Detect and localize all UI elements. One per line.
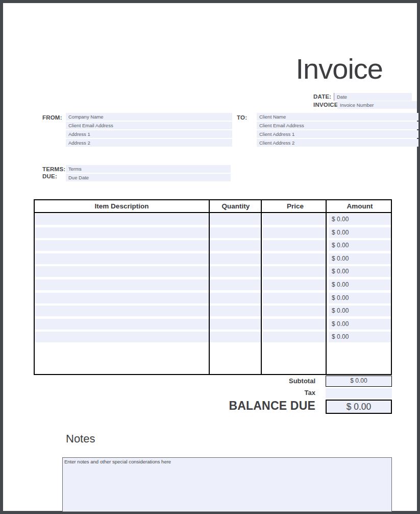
amount-cell[interactable]: $ 0.00 <box>329 279 391 290</box>
due-date-input[interactable] <box>66 174 231 181</box>
amount-value: $ 0.00 <box>332 281 349 288</box>
amount-value: $ 0.00 <box>332 307 349 314</box>
table-header-row: Item Description Quantity Price Amount <box>35 200 391 213</box>
price-cell[interactable] <box>263 240 328 251</box>
table-row: $ 0.00 <box>35 279 391 290</box>
quantity-cell[interactable] <box>210 293 262 303</box>
quantity-cell[interactable] <box>210 227 262 238</box>
from-fields <box>66 113 232 148</box>
from-address1-input[interactable] <box>66 130 232 138</box>
to-email-input[interactable] <box>257 122 418 129</box>
due-label: DUE: <box>42 173 57 179</box>
column-divider <box>209 200 210 374</box>
item-description-cell[interactable] <box>35 253 209 264</box>
price-cell[interactable] <box>263 319 328 330</box>
quantity-cell[interactable] <box>210 319 262 330</box>
terms-label: TERMS: <box>42 166 65 172</box>
to-fields <box>257 113 418 148</box>
item-description-cell[interactable] <box>35 266 209 277</box>
quantity-cell[interactable] <box>210 214 262 225</box>
terms-input[interactable] <box>66 165 231 173</box>
page-title: Invoice <box>296 53 383 85</box>
terms-due-fields <box>66 165 231 182</box>
line-items-table: Item Description Quantity Price Amount $… <box>34 199 392 375</box>
item-description-cell[interactable] <box>35 214 209 225</box>
amount-cell[interactable]: $ 0.00 <box>329 240 391 251</box>
notes-textarea[interactable] <box>62 457 392 512</box>
from-label: FROM: <box>42 114 62 121</box>
tax-value-box[interactable] <box>326 388 392 399</box>
item-description-cell[interactable] <box>35 293 209 303</box>
item-description-cell[interactable] <box>35 332 209 342</box>
amount-value: $ 0.00 <box>332 333 349 340</box>
column-header-price: Price <box>263 202 328 210</box>
price-cell[interactable] <box>263 332 328 342</box>
to-client-name-input[interactable] <box>257 113 418 121</box>
item-description-cell[interactable] <box>35 306 209 316</box>
price-cell[interactable] <box>263 214 328 225</box>
quantity-cell[interactable] <box>210 266 262 277</box>
item-description-cell[interactable] <box>35 240 209 251</box>
amount-value: $ 0.00 <box>332 255 349 262</box>
table-row: $ 0.00 <box>35 240 391 251</box>
tax-label: Tax <box>305 387 315 399</box>
quantity-cell[interactable] <box>210 306 262 316</box>
column-header-quantity: Quantity <box>210 202 262 210</box>
table-row: $ 0.00 <box>35 253 391 264</box>
quantity-cell[interactable] <box>210 332 262 342</box>
price-cell[interactable] <box>263 293 328 303</box>
price-cell[interactable] <box>263 266 328 277</box>
item-description-cell[interactable] <box>35 279 209 290</box>
column-header-amount: Amount <box>329 202 391 210</box>
table-row: $ 0.00 <box>35 266 391 277</box>
amount-value: $ 0.00 <box>332 216 349 223</box>
price-cell[interactable] <box>263 306 328 316</box>
date-label: DATE: <box>313 94 331 100</box>
table-row: $ 0.00 <box>35 332 391 342</box>
table-row: $ 0.00 <box>35 227 391 238</box>
amount-value: $ 0.00 <box>332 242 349 249</box>
to-address1-input[interactable] <box>257 130 418 138</box>
subtotal-label: Subtotal <box>289 376 315 387</box>
subtotal-value-box[interactable]: $ 0.00 <box>326 376 392 387</box>
from-address2-input[interactable] <box>66 139 232 147</box>
amount-cell[interactable]: $ 0.00 <box>329 227 391 238</box>
quantity-cell[interactable] <box>210 253 262 264</box>
price-cell[interactable] <box>263 253 328 264</box>
price-cell[interactable] <box>263 227 328 238</box>
amount-value: $ 0.00 <box>332 294 349 301</box>
balance-due-label: BALANCE DUE <box>229 398 315 414</box>
amount-value: $ 0.00 <box>332 268 349 275</box>
price-cell[interactable] <box>263 279 328 290</box>
amount-cell[interactable]: $ 0.00 <box>329 293 391 303</box>
invoice-page: Invoice DATE: INVOICE FROM: TO: TERMS: D… <box>0 0 420 514</box>
table-body: $ 0.00 $ 0.00 $ 0.00 $ 0.00 $ 0.00 $ 0.0 <box>35 213 391 342</box>
amount-cell[interactable]: $ 0.00 <box>329 319 391 330</box>
balance-due-value-box[interactable]: $ 0.00 <box>326 400 392 414</box>
to-address2-input[interactable] <box>257 139 418 147</box>
quantity-cell[interactable] <box>210 240 262 251</box>
quantity-cell[interactable] <box>210 279 262 290</box>
item-description-cell[interactable] <box>35 319 209 330</box>
notes-heading: Notes <box>66 432 95 446</box>
amount-value: $ 0.00 <box>332 229 349 236</box>
amount-cell[interactable]: $ 0.00 <box>329 332 391 342</box>
invoice-number-label: INVOICE <box>313 102 338 108</box>
amount-cell[interactable]: $ 0.00 <box>329 214 391 225</box>
date-input[interactable] <box>334 93 412 101</box>
item-description-cell[interactable] <box>35 227 209 238</box>
amount-value: $ 0.00 <box>332 320 349 328</box>
amount-cell[interactable]: $ 0.00 <box>329 306 391 316</box>
invoice-number-input[interactable] <box>337 101 417 109</box>
from-company-name-input[interactable] <box>66 113 232 121</box>
table-row: $ 0.00 <box>35 306 391 316</box>
amount-cell[interactable]: $ 0.00 <box>329 253 391 264</box>
table-row: $ 0.00 <box>35 319 391 330</box>
to-label: TO: <box>237 114 247 121</box>
table-row: $ 0.00 <box>35 293 391 303</box>
amount-cell[interactable]: $ 0.00 <box>329 266 391 277</box>
column-divider <box>326 200 327 374</box>
from-email-input[interactable] <box>66 122 232 129</box>
column-header-item-description: Item Description <box>35 202 209 210</box>
table-row: $ 0.00 <box>35 214 391 225</box>
